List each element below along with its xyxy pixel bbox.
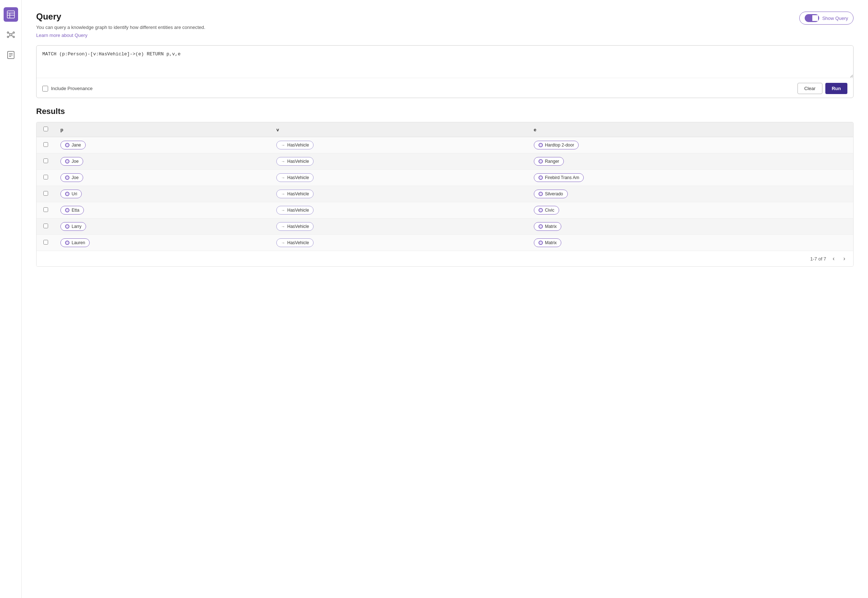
svg-point-6 [13, 32, 15, 33]
include-provenance-label[interactable]: Include Provenance [42, 86, 93, 91]
prev-page-button[interactable]: ‹ [831, 255, 837, 263]
show-query-button[interactable]: Show Query [799, 12, 853, 25]
pill-label: Etta [72, 208, 79, 213]
pill-edge: →HasVehicle [276, 141, 314, 150]
pill-label: Lauren [72, 240, 85, 245]
pill-edge: →HasVehicle [276, 206, 314, 215]
table-row: Jane→HasVehicleHardtop 2-door [37, 137, 853, 153]
pill-person: Lauren [60, 238, 90, 247]
run-button[interactable]: Run [825, 83, 847, 94]
toggle-slider [805, 14, 819, 22]
row-checkbox-cell [37, 186, 55, 202]
sidebar [0, 0, 22, 598]
query-textarea[interactable] [37, 46, 853, 78]
edge-label: HasVehicle [287, 175, 309, 180]
cell-e: Civic [528, 202, 853, 218]
pill-dot [539, 143, 543, 147]
cell-p: Uri [55, 186, 270, 202]
edge-arrow: → [281, 159, 285, 163]
edge-arrow: → [281, 208, 285, 212]
results-table-wrapper: p v e Jane→HasVehicleHardtop 2-doorJoe→H… [36, 122, 853, 267]
edge-label: HasVehicle [287, 159, 309, 164]
row-checkbox[interactable] [43, 158, 48, 163]
next-page-button[interactable]: › [841, 255, 847, 263]
cell-v: →HasVehicle [270, 202, 528, 218]
edge-arrow: → [281, 143, 285, 147]
edge-label: HasVehicle [287, 191, 309, 196]
svg-line-11 [9, 36, 10, 37]
show-query-label: Show Query [822, 16, 848, 21]
cell-p: Etta [55, 202, 270, 218]
pill-dot [539, 192, 543, 196]
pill-person: Uri [60, 190, 82, 198]
row-checkbox-cell [37, 235, 55, 251]
sidebar-icon-table[interactable] [4, 7, 18, 22]
pill-vehicle: Hardtop 2-door [534, 141, 579, 150]
row-checkbox[interactable] [43, 240, 48, 245]
edge-label: HasVehicle [287, 224, 309, 229]
clear-button[interactable]: Clear [798, 83, 822, 94]
pill-person: Etta [60, 206, 84, 215]
svg-point-7 [7, 36, 9, 37]
results-table: p v e Jane→HasVehicleHardtop 2-doorJoe→H… [37, 122, 853, 251]
include-provenance-checkbox[interactable] [42, 86, 48, 91]
row-checkbox[interactable] [43, 224, 48, 228]
pill-edge: →HasVehicle [276, 190, 314, 198]
toggle-knob [812, 15, 818, 21]
sidebar-icon-graph[interactable] [4, 27, 18, 42]
cell-e: Matrix [528, 235, 853, 251]
svg-rect-0 [7, 11, 15, 18]
select-all-checkbox[interactable] [43, 127, 48, 131]
cell-e: Ranger [528, 153, 853, 170]
svg-point-8 [13, 36, 15, 37]
pill-edge: →HasVehicle [276, 238, 314, 247]
svg-line-12 [12, 36, 13, 37]
pill-dot [65, 241, 69, 245]
page-header: Query You can query a knowledge graph to… [36, 12, 205, 38]
page-title: Query [36, 12, 205, 22]
row-checkbox[interactable] [43, 142, 48, 147]
svg-point-5 [7, 32, 9, 33]
cell-p: Joe [55, 153, 270, 170]
cell-v: →HasVehicle [270, 218, 528, 235]
learn-more-link[interactable]: Learn more about Query [36, 33, 88, 38]
row-checkbox-cell [37, 218, 55, 235]
cell-v: →HasVehicle [270, 186, 528, 202]
cell-p: Larry [55, 218, 270, 235]
row-checkbox-cell [37, 137, 55, 153]
query-box: Include Provenance Clear Run [36, 45, 853, 98]
pill-dot [539, 208, 543, 212]
pill-person: Joe [60, 157, 83, 166]
row-checkbox-cell [37, 202, 55, 218]
page-subtitle: You can query a knowledge graph to ident… [36, 25, 205, 30]
table-row: Uri→HasVehicleSilverado [37, 186, 853, 202]
pill-label: Matrix [545, 240, 557, 245]
main-content: Query You can query a knowledge graph to… [22, 0, 868, 598]
table-footer: 1-7 of 7 ‹ › [37, 251, 853, 266]
pill-dot [65, 143, 69, 147]
table-row: Larry→HasVehicleMatrix [37, 218, 853, 235]
pill-vehicle: Civic [534, 206, 559, 215]
pill-vehicle: Matrix [534, 222, 562, 231]
pill-label: Matrix [545, 224, 557, 229]
provenance-label-text: Include Provenance [51, 86, 93, 91]
pill-dot [539, 241, 543, 245]
edge-label: HasVehicle [287, 240, 309, 245]
row-checkbox-cell [37, 153, 55, 170]
cell-e: Firebird Trans Am [528, 170, 853, 186]
row-checkbox[interactable] [43, 207, 48, 212]
pill-dot [539, 175, 543, 180]
row-checkbox[interactable] [43, 191, 48, 196]
pill-label: Joe [72, 175, 78, 180]
row-checkbox-cell [37, 170, 55, 186]
pill-dot [539, 159, 543, 163]
row-checkbox[interactable] [43, 175, 48, 179]
sidebar-icon-report[interactable] [4, 48, 18, 62]
table-header-row: p v e [37, 122, 853, 137]
pill-person: Jane [60, 141, 86, 150]
edge-arrow: → [281, 224, 285, 229]
table-row: Joe→HasVehicleFirebird Trans Am [37, 170, 853, 186]
pill-dot [65, 224, 69, 229]
pill-edge: →HasVehicle [276, 222, 314, 231]
cell-p: Joe [55, 170, 270, 186]
